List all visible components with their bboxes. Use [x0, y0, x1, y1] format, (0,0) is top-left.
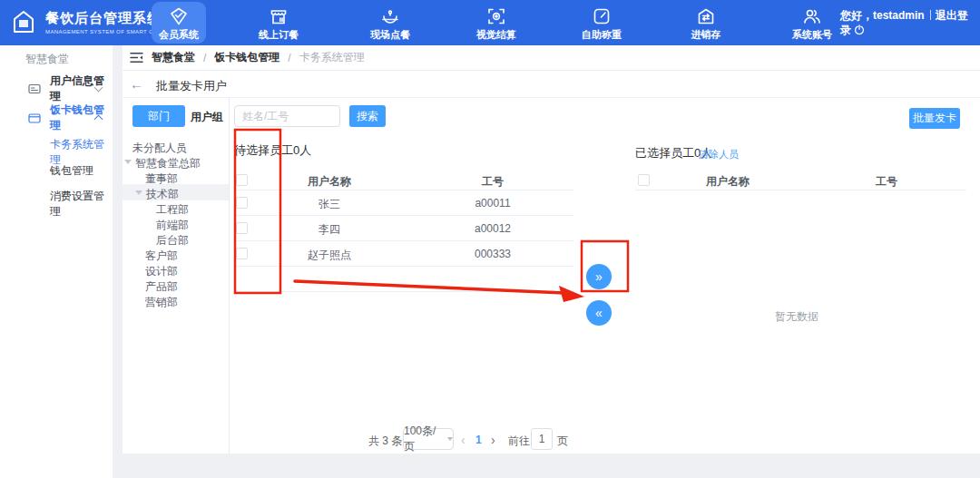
content-card: [122, 71, 980, 454]
nav-item-self-weighing[interactable]: 自助称重: [561, 0, 642, 45]
nav-item-inventory[interactable]: 进销存: [665, 0, 747, 45]
divider: [234, 291, 573, 292]
caret-down-icon[interactable]: [124, 160, 132, 164]
tree-node-product-dept[interactable]: 产品部: [145, 279, 178, 295]
goto-page-input[interactable]: [531, 428, 553, 450]
cell-username: 张三: [293, 197, 366, 212]
cell-username: 赵子照点: [293, 248, 366, 263]
goto-unit-label: 页: [557, 434, 568, 449]
divider: [930, 10, 931, 20]
tree-node-marketing-dept[interactable]: 营销部: [145, 295, 178, 310]
logo-house-icon: [9, 7, 38, 36]
id-card-icon: [28, 83, 41, 95]
row-checkbox[interactable]: [236, 197, 248, 209]
divider: [234, 240, 573, 241]
page-size-value: 100条/页: [404, 424, 444, 454]
nav-label: 自助称重: [561, 28, 642, 42]
breadcrumb-item[interactable]: 饭卡钱包管理: [214, 50, 279, 65]
tree-node-engineering-dept[interactable]: 工程部: [156, 202, 189, 218]
transfer-right-button[interactable]: »: [586, 264, 612, 289]
tree-node-backend-dept[interactable]: 后台部: [156, 233, 189, 249]
tree-node-frontend-dept[interactable]: 前端部: [156, 218, 189, 233]
tab-department[interactable]: 部门: [132, 105, 185, 127]
user-account-area: 您好，testadmin退出登录: [840, 8, 973, 37]
breadcrumb-separator: /: [288, 52, 290, 64]
nav-label: 进销存: [665, 28, 747, 42]
select-all-checkbox[interactable]: [236, 174, 248, 186]
search-button[interactable]: 搜索: [349, 105, 386, 127]
tree-node-board-dept[interactable]: 董事部: [145, 171, 178, 187]
tree-node-hq[interactable]: 智慧食堂总部: [135, 156, 201, 171]
caret-down-icon[interactable]: [135, 190, 142, 195]
user-greeting: 您好，testadmin: [840, 9, 925, 22]
search-input[interactable]: [234, 105, 340, 127]
cell-id: 000333: [466, 248, 520, 260]
chevron-down-icon: [447, 437, 453, 441]
storefront-icon: [238, 6, 319, 27]
divider: [234, 266, 573, 267]
divider: [635, 190, 966, 190]
breadcrumb-item-current: 卡务系统管理: [299, 50, 365, 65]
breadcrumb-separator: /: [203, 52, 206, 64]
tree-node-tech-dept[interactable]: 技术部: [146, 187, 179, 202]
tree-node-customer-dept[interactable]: 客户部: [145, 249, 178, 264]
warehouse-icon: [665, 6, 747, 27]
scale-icon: [561, 6, 642, 27]
breadcrumb-bar: 智慧食堂 / 饭卡钱包管理 / 卡务系统管理: [122, 45, 980, 71]
dish-icon: [349, 6, 431, 27]
nav-item-online-order[interactable]: 线上订餐: [238, 0, 319, 45]
tab-user-group[interactable]: 用户组: [191, 110, 223, 125]
prev-page-button[interactable]: ‹: [461, 433, 466, 447]
transfer-left-button[interactable]: «: [586, 300, 612, 326]
goto-label: 前往: [508, 434, 530, 449]
right-col-id: 工号: [873, 174, 900, 190]
cell-id: a00011: [466, 197, 520, 210]
empty-data-text: 暂无数据: [760, 309, 833, 325]
badge-check-icon: [138, 6, 220, 27]
sidebar-subitem-wallet[interactable]: 钱包管理: [0, 163, 113, 179]
next-page-button[interactable]: ›: [491, 433, 495, 447]
cell-id: a00012: [466, 222, 520, 235]
nav-item-visual-settlement[interactable]: 视觉结算: [456, 0, 537, 45]
sidebar-subitem-consume-settings[interactable]: 消费设置管理: [0, 189, 113, 219]
sidebar-item-label: 用户信息管理: [50, 73, 113, 104]
left-col-username: 用户名称: [302, 174, 357, 190]
screen: 餐饮后台管理系统 MANAGEMENT SYSTEM OF SMART CANT…: [0, 0, 980, 478]
pagination-total: 共 3 条: [368, 434, 402, 449]
tree-node-unassigned[interactable]: 未分配人员: [132, 141, 187, 156]
select-all-checkbox[interactable]: [638, 174, 650, 186]
nav-item-onsite-order[interactable]: 现场点餐: [349, 0, 431, 45]
page-size-select[interactable]: 100条/页: [403, 428, 454, 450]
left-col-id: 工号: [479, 174, 506, 190]
divider: [122, 97, 980, 98]
collapse-menu-icon[interactable]: [130, 52, 143, 63]
divider: [229, 98, 230, 454]
left-list-title: 待选择员工0人: [234, 142, 311, 159]
nav-label: 现场点餐: [349, 28, 431, 42]
top-navbar: 餐饮后台管理系统 MANAGEMENT SYSTEM OF SMART CANT…: [0, 0, 980, 45]
batch-issue-card-button[interactable]: 批量发卡: [909, 108, 960, 129]
nav-label: 会员系统: [138, 28, 220, 42]
back-arrow-icon[interactable]: ←: [130, 76, 143, 92]
clear-selected-link[interactable]: 清除人员: [699, 148, 739, 161]
sidebar-section-label: 智慧食堂: [25, 52, 69, 67]
nav-item-member-system[interactable]: 会员系统: [138, 0, 220, 45]
divider: [234, 215, 573, 216]
cell-username: 李四: [293, 222, 366, 238]
sidebar-item-user-info[interactable]: 用户信息管理: [0, 80, 113, 98]
row-checkbox[interactable]: [236, 248, 248, 259]
nav-label: 线上订餐: [238, 28, 319, 42]
wallet-icon: [28, 112, 41, 124]
right-col-username: 用户名称: [701, 174, 755, 190]
divider: [234, 190, 573, 190]
scan-eye-icon: [456, 6, 537, 27]
tree-node-design-dept[interactable]: 设计部: [145, 264, 178, 279]
current-page[interactable]: 1: [475, 434, 482, 446]
logout-icon[interactable]: [854, 24, 865, 35]
row-checkbox[interactable]: [236, 222, 248, 234]
sidebar-item-label: 饭卡钱包管理: [50, 102, 113, 133]
nav-label: 视觉结算: [456, 28, 537, 42]
page-title: 批量发卡用户: [156, 78, 227, 94]
sidebar-item-wallet-mgmt[interactable]: 饭卡钱包管理: [0, 109, 113, 127]
breadcrumb-item[interactable]: 智慧食堂: [152, 50, 195, 65]
